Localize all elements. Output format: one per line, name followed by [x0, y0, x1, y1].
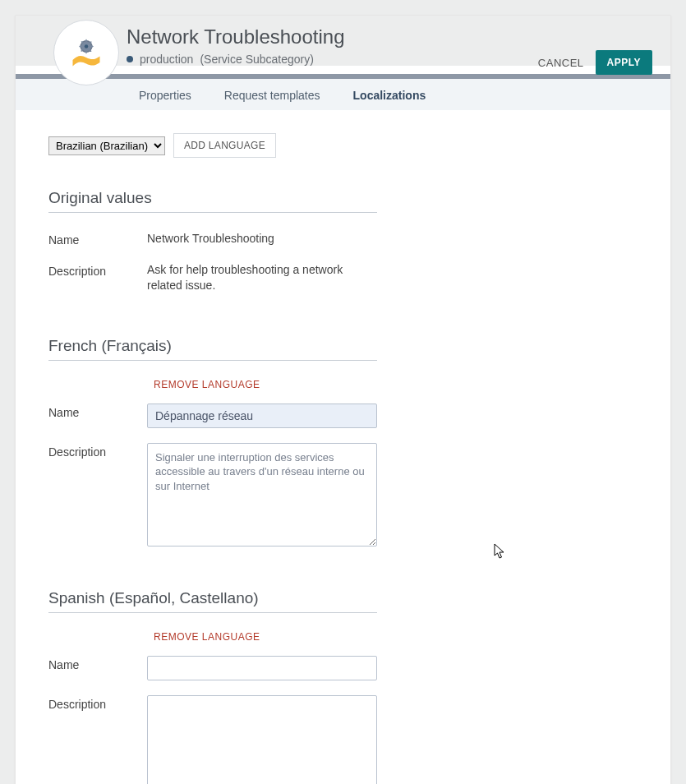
tab-properties[interactable]: Properties — [139, 89, 191, 102]
service-icon — [53, 20, 119, 85]
original-name-value: Network Troubleshooting — [147, 231, 274, 247]
french-name-input[interactable] — [147, 404, 377, 428]
cancel-button[interactable]: CANCEL — [538, 57, 584, 69]
section-title-spanish: Spanish (Español, Castellano) — [48, 589, 377, 613]
original-desc-label: Description — [48, 262, 147, 278]
env-dot-icon — [127, 56, 133, 62]
section-title-french: French (Français) — [48, 337, 377, 361]
apply-button[interactable]: APPLY — [596, 50, 652, 75]
original-desc-value: Ask for help troubleshooting a network r… — [147, 262, 377, 294]
spanish-desc-textarea[interactable] — [147, 695, 377, 784]
tabbar: Properties Request templates Localizatio… — [16, 79, 670, 110]
spanish-name-label: Name — [48, 656, 147, 671]
type-label: (Service Subcategory) — [200, 53, 314, 66]
language-select[interactable]: Brazilian (Brazilian) — [48, 136, 165, 155]
remove-language-spanish-button[interactable]: REMOVE LANGUAGE — [154, 631, 260, 643]
env-label: production — [140, 53, 193, 66]
french-name-label: Name — [48, 404, 147, 419]
page-title: Network Troubleshooting — [127, 25, 652, 48]
remove-language-french-button[interactable]: REMOVE LANGUAGE — [154, 379, 260, 390]
tab-request-templates[interactable]: Request templates — [224, 89, 320, 102]
french-desc-textarea[interactable] — [147, 443, 377, 546]
spanish-desc-label: Description — [48, 695, 147, 711]
add-language-button[interactable]: ADD LANGUAGE — [173, 133, 276, 158]
spanish-name-input[interactable] — [147, 656, 377, 680]
section-title-original: Original values — [48, 189, 377, 213]
french-desc-label: Description — [48, 443, 147, 459]
original-name-label: Name — [48, 231, 147, 247]
svg-point-1 — [85, 44, 89, 48]
tab-localizations[interactable]: Localizations — [353, 89, 426, 102]
